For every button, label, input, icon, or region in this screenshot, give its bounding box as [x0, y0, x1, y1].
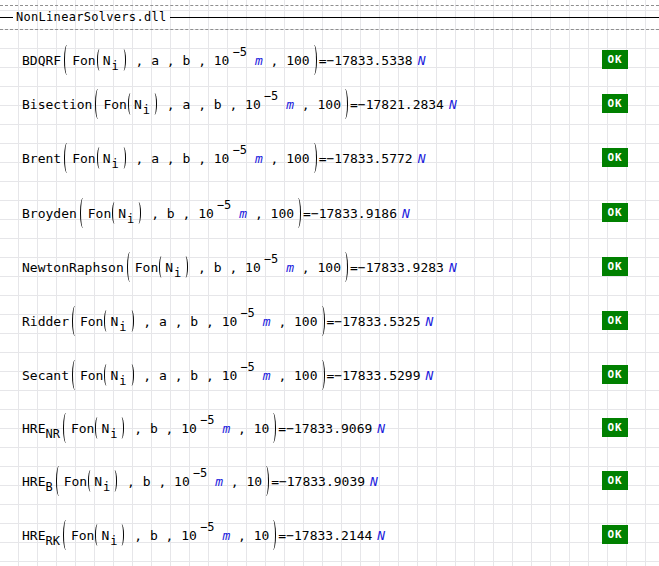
unit-length: m — [222, 528, 230, 543]
result-value: −17833.9283 — [358, 260, 444, 275]
tolerance-exponent: −5 — [193, 466, 207, 480]
equation-row[interactable]: Secant Fon Ni , a , b , 10−5m , 100 =−17… — [22, 358, 433, 392]
equals-sign: = — [278, 528, 286, 543]
tolerance-base: 10 — [222, 314, 238, 329]
tolerance-exponent: −5 — [200, 520, 214, 534]
variable: N — [101, 421, 109, 436]
iterations: 10 — [254, 421, 270, 436]
inner-function-name: Fon — [72, 53, 95, 68]
comma: , — [190, 151, 213, 166]
ok-button[interactable]: OK — [602, 257, 628, 276]
inner-close-paren-icon — [119, 524, 124, 546]
open-paren-icon — [72, 360, 78, 390]
inner-close-paren-icon — [183, 256, 188, 278]
ok-button[interactable]: OK — [602, 525, 628, 544]
inner-function-name: Fon — [80, 368, 103, 383]
bracket-args: b — [150, 528, 158, 543]
tolerance-base: 10 — [181, 528, 197, 543]
equation-row[interactable]: HRERK Fon Ni , b , 10−5m , 10 =−17833.21… — [22, 518, 385, 552]
comma: , — [175, 206, 198, 221]
comma: , — [136, 368, 159, 383]
equation-row[interactable]: BDQRF Fon Ni , a , b , 10−5m , 100 =−178… — [22, 43, 425, 77]
bracket-args: b — [167, 206, 175, 221]
ok-button[interactable]: OK — [602, 148, 628, 167]
variable-subscript: i — [174, 266, 181, 280]
close-paren-icon — [270, 520, 276, 550]
page-border-dashed-bottom — [0, 29, 659, 30]
inner-close-paren-icon — [129, 364, 134, 386]
variable: N — [134, 97, 142, 112]
bracket-args: b — [150, 421, 158, 436]
open-paren-icon — [95, 89, 101, 119]
tolerance-exponent: −5 — [240, 306, 254, 320]
comma: , — [294, 260, 317, 275]
comma: , — [230, 528, 253, 543]
inner-open-paren-icon — [159, 256, 164, 278]
iterations: 100 — [286, 53, 309, 68]
equation-row[interactable]: HRENR Fon Ni , b , 10−5m , 10 =−17833.90… — [22, 411, 385, 445]
variable: N — [94, 474, 102, 489]
ok-button[interactable]: OK — [602, 94, 628, 113]
variable: N — [118, 206, 126, 221]
ok-button[interactable]: OK — [602, 311, 628, 330]
equation-row[interactable]: Broyden Fon Ni , b , 10−5m , 100 =−17833… — [22, 196, 410, 230]
comma: , — [143, 206, 166, 221]
ok-button[interactable]: OK — [602, 471, 628, 490]
variable: N — [110, 368, 118, 383]
area-title[interactable]: NonLinearSolvers.dll — [13, 10, 170, 24]
equals-sign: = — [350, 260, 358, 275]
unit-length: m — [286, 260, 294, 275]
equation-row[interactable]: Ridder Fon Ni , a , b , 10−5m , 100 =−17… — [22, 304, 433, 338]
equation-row[interactable]: HREB Fon Ni , b , 10−5m , 10 =−17833.903… — [22, 464, 378, 498]
equation-row[interactable]: Brent Fon Ni , a , b , 10−5m , 100 =−178… — [22, 141, 425, 175]
inner-open-paren-icon — [97, 49, 102, 71]
result-value: −17833.5772 — [327, 151, 413, 166]
bracket-args: b — [143, 474, 151, 489]
unit-force: N — [377, 528, 385, 543]
iterations: 100 — [271, 206, 294, 221]
unit-force: N — [425, 314, 433, 329]
unit-length: m — [239, 206, 247, 221]
comma: , — [263, 151, 286, 166]
unit-force: N — [418, 151, 426, 166]
equation-row[interactable]: Bisection Fon Ni , a , b , 10−5m , 100 =… — [22, 87, 457, 121]
inner-close-paren-icon — [136, 202, 141, 224]
open-paren-icon — [63, 520, 69, 550]
inner-function-name: Fon — [88, 206, 111, 221]
comma: , — [158, 421, 181, 436]
tolerance-exponent: −5 — [240, 360, 254, 374]
open-paren-icon — [64, 143, 70, 173]
area-separator[interactable]: NonLinearSolvers.dll — [0, 10, 659, 24]
unit-force: N — [425, 368, 433, 383]
equals-sign: = — [278, 421, 286, 436]
tolerance-exponent: −5 — [217, 198, 231, 212]
close-paren-icon — [319, 306, 325, 336]
inner-function-name: Fon — [103, 97, 126, 112]
function-name: Secant — [22, 368, 69, 383]
open-paren-icon — [127, 252, 133, 282]
tolerance-exponent: −5 — [232, 45, 246, 59]
ok-button[interactable]: OK — [602, 50, 628, 69]
open-paren-icon — [56, 466, 62, 496]
inner-open-paren-icon — [128, 93, 133, 115]
variable: N — [165, 260, 173, 275]
ok-button[interactable]: OK — [602, 418, 628, 437]
comma: , — [263, 53, 286, 68]
close-paren-icon — [270, 413, 276, 443]
equals-sign: = — [319, 151, 327, 166]
inner-close-paren-icon — [152, 93, 157, 115]
ok-button[interactable]: OK — [602, 203, 628, 222]
variable-subscript: i — [103, 480, 110, 494]
ok-button[interactable]: OK — [602, 365, 628, 384]
tolerance-base: 10 — [214, 151, 230, 166]
tolerance-base: 10 — [198, 206, 214, 221]
bracket-args: a , b — [159, 314, 198, 329]
inner-open-paren-icon — [97, 147, 102, 169]
comma: , — [136, 314, 159, 329]
tolerance-base: 10 — [174, 474, 190, 489]
variable-subscript: i — [143, 103, 150, 117]
tolerance-base: 10 — [245, 97, 261, 112]
unit-length: m — [255, 151, 263, 166]
equation-row[interactable]: NewtonRaphson Fon Ni , b , 10−5m , 100 =… — [22, 250, 457, 284]
comma: , — [230, 421, 253, 436]
